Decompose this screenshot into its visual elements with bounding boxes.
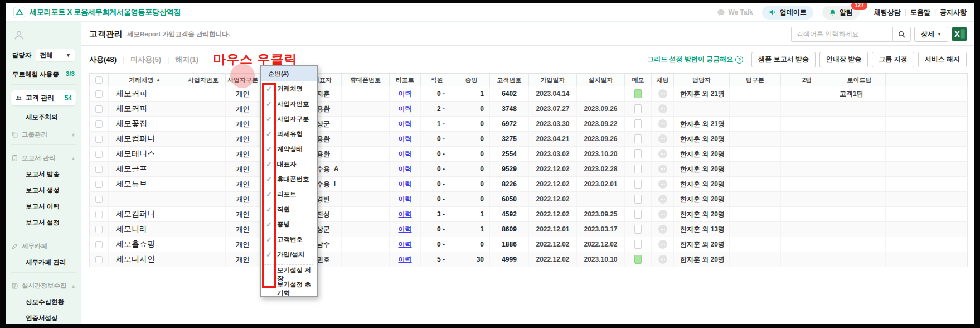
chat-icon[interactable] [658,149,667,158]
action-button-2[interactable]: 그룹 지정 [872,52,914,67]
context-menu-item-5[interactable]: ✓대표자 [261,157,317,172]
report-history-link[interactable]: 이력 [399,225,412,233]
row-checkbox[interactable] [95,196,103,203]
column-header-10[interactable]: 고객번호 [490,74,529,86]
sidebar-item-realtime-sub-1[interactable]: 인증서설정 [11,314,76,322]
column-header-12[interactable]: 설치일자 [577,74,625,86]
column-header-3[interactable]: 사업자구분 [226,74,260,86]
memo-icon[interactable] [634,195,642,204]
row-checkbox[interactable] [95,151,103,158]
row-checkbox[interactable] [95,166,103,173]
row-checkbox[interactable] [95,90,103,98]
action-button-3[interactable]: 서비스 해지 [918,52,967,67]
we-talk-button[interactable]: We Talk [717,8,753,17]
sidebar-item-report-sub-0[interactable]: 보고서 발송 [11,170,76,179]
chat-icon[interactable] [658,119,667,128]
chat-icon[interactable] [658,255,667,264]
sidebar-item-tax-cafe-management[interactable]: 세무카페 관리 [11,258,76,267]
chat-icon[interactable] [658,104,667,113]
action-button-1[interactable]: 안내장 발송 [819,52,868,67]
sidebar-item-tax-cafe[interactable]: 세무카페 [11,242,76,250]
excel-export-button[interactable]: X [952,27,967,42]
chat-icon[interactable] [658,195,667,204]
memo-icon[interactable] [634,119,642,128]
notification-button[interactable]: 알림 127 [822,6,860,20]
memo-icon[interactable] [634,210,642,219]
chat-icon[interactable] [658,240,667,249]
column-header-8[interactable]: 직원 [421,74,453,86]
report-history-link[interactable]: 이력 [399,105,412,113]
row-checkbox[interactable] [95,211,103,218]
report-history-link[interactable]: 이력 [399,180,412,188]
row-checkbox[interactable] [95,136,103,143]
memo-icon[interactable] [634,89,642,98]
sidebar-item-group-management[interactable]: 그룹관리 ▼ [11,131,76,139]
column-header-9[interactable]: 증빙 [453,74,490,86]
column-header-6[interactable]: 휴대폰번호 [342,74,390,86]
report-history-link[interactable]: 이력 [399,90,412,98]
report-history-link[interactable]: 이력 [399,120,412,128]
chat-icon[interactable] [658,89,667,98]
report-history-link[interactable]: 이력 [399,210,412,218]
sidebar-item-report-management[interactable]: 보고서 관리 ▲ [11,154,76,162]
chat-icon[interactable] [658,180,667,189]
context-menu-item-1[interactable]: ✓사업자번호 [261,97,317,112]
context-menu-item-3[interactable]: ✓과세유형 [261,127,317,142]
row-checkbox[interactable] [95,226,103,233]
row-checkbox[interactable] [95,256,103,263]
sidebar-item-realtime-sub-0[interactable]: 정보수집현황 [11,298,76,306]
row-checkbox[interactable] [95,241,103,248]
row-checkbox[interactable] [95,181,103,188]
context-menu-footer-item-0[interactable]: 보기설정 저장 [261,267,317,282]
top-link-2[interactable]: 공지사항 [940,8,967,17]
memo-icon[interactable] [634,255,642,264]
memo-icon[interactable] [634,149,642,158]
memo-icon[interactable] [634,240,642,249]
chat-icon[interactable] [658,165,667,173]
memo-icon[interactable] [634,225,642,234]
detail-search-button[interactable]: 상세 ▼ [914,27,948,42]
sidebar-item-realtime-collection[interactable]: 실시간정보수집 ▲ [11,282,76,290]
chat-icon[interactable] [658,225,667,234]
column-header-18[interactable]: 로이드팀 [833,74,886,86]
report-history-link[interactable]: 이력 [399,165,412,173]
avatar[interactable] [13,30,76,42]
memo-icon[interactable] [634,180,642,189]
top-link-1[interactable]: 도움말 [910,8,930,17]
report-history-link[interactable]: 이력 [399,240,412,248]
context-menu-footer-item-1[interactable]: 보기설정 초기화 [261,282,317,296]
context-menu-item-0[interactable]: ✓거래처명 [261,81,317,97]
memo-icon[interactable] [634,104,642,113]
column-header-17[interactable]: 2팀 [781,74,833,86]
column-header-7[interactable]: 리포트 [390,74,421,86]
sidebar-item-semo-doctor[interactable]: 세모주치의 [11,113,76,122]
context-menu-item-9[interactable]: ✓증빙 [261,217,317,232]
report-history-link[interactable]: 이력 [399,195,412,203]
update-button[interactable]: 업데이트 [762,6,813,20]
manager-filter-select[interactable]: 전체 ▼ [36,49,75,61]
context-menu-item-10[interactable]: ✓고객번호 [261,232,317,247]
column-header-2[interactable]: 사업자번호 [181,74,226,86]
search-button[interactable] [892,27,911,42]
chat-icon[interactable] [658,134,667,143]
sidebar-item-report-sub-2[interactable]: 보고서 이력 [11,202,76,211]
row-checkbox[interactable] [95,105,103,113]
select-all-checkbox[interactable] [95,76,103,84]
action-button-0[interactable]: 샘플 보고서 발송 [751,52,816,67]
sidebar-item-customer-management[interactable]: 고객 관리 54 [11,90,76,105]
column-header-16[interactable]: 팀구분 [730,74,781,86]
context-menu-item-rownum[interactable]: 순번(#) [261,66,317,81]
top-link-0[interactable]: 채팅상담 [874,8,901,17]
context-menu-item-2[interactable]: ✓사업자구분 [261,112,317,127]
grid-help-link[interactable]: 그리드 설정 방법이 궁금해요 ? [647,55,743,64]
context-menu-item-11[interactable]: ✓가입/설치 [261,247,317,262]
search-input[interactable] [791,27,892,42]
memo-icon[interactable] [634,134,642,143]
column-header-14[interactable]: 채팅 [652,74,674,86]
row-checkbox[interactable] [95,120,103,128]
column-header-11[interactable]: 가입일자 [529,74,577,86]
sidebar-item-report-sub-3[interactable]: 보고서 설정 [11,219,76,227]
tab-1[interactable]: 미사용(5) [130,55,161,65]
report-history-link[interactable]: 이력 [399,255,412,263]
context-menu-item-8[interactable]: ✓직원 [261,202,317,217]
